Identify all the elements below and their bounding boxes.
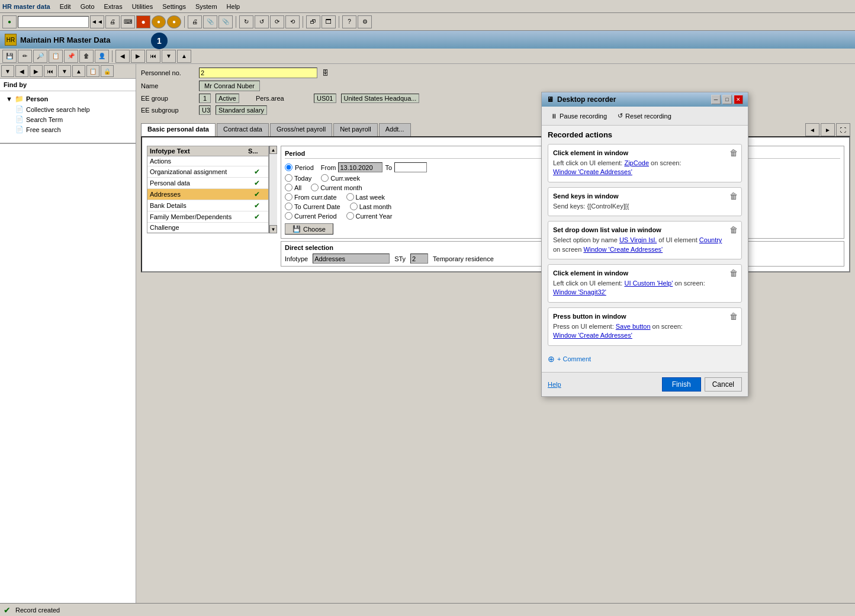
arrow2-btn[interactable]: ↺ bbox=[255, 15, 269, 28]
menu-settings[interactable]: Settings bbox=[162, 3, 186, 10]
sub-btn12[interactable]: ▲ bbox=[177, 50, 191, 63]
infotype-row-org[interactable]: Organizational assignment ✔ bbox=[147, 166, 268, 178]
green-circle-btn[interactable]: ● bbox=[2, 15, 17, 28]
window1-btn[interactable]: 🗗 bbox=[306, 15, 320, 28]
action-delete-5[interactable]: 🗑 bbox=[729, 312, 738, 321]
action-element-5[interactable]: Save button bbox=[616, 323, 651, 330]
lp-btn3[interactable]: ▶ bbox=[30, 65, 43, 77]
arrow1-btn[interactable]: ↻ bbox=[239, 15, 253, 28]
cancel-button[interactable]: Cancel bbox=[705, 377, 742, 392]
recorder-minimize-btn[interactable]: ─ bbox=[711, 95, 721, 104]
help-btn[interactable]: ? bbox=[342, 15, 356, 28]
tree-person[interactable]: ▼ 📁 Person bbox=[4, 94, 132, 104]
sub-btn5[interactable]: 📌 bbox=[64, 50, 78, 63]
scroll-track[interactable] bbox=[269, 154, 277, 225]
paperclip2-btn[interactable]: 📎 bbox=[218, 15, 233, 28]
action-screen-4[interactable]: Window 'Snagit32' bbox=[553, 288, 606, 296]
period-radio[interactable] bbox=[285, 163, 292, 171]
menu-goto[interactable]: Goto bbox=[81, 3, 95, 10]
menu-help[interactable]: Help bbox=[227, 3, 240, 10]
from-date-input[interactable] bbox=[338, 162, 382, 172]
sub-btn6[interactable]: 🗑 bbox=[79, 50, 94, 63]
tree-collective-search[interactable]: 📄 Collective search help bbox=[4, 104, 132, 114]
yellow-btn1[interactable]: ● bbox=[152, 15, 166, 28]
window2-btn[interactable]: 🗖 bbox=[322, 15, 336, 28]
tree-free-search[interactable]: 📄 Free search bbox=[4, 124, 132, 134]
radio-currperiod-input[interactable] bbox=[285, 212, 292, 220]
config-btn[interactable]: ⚙ bbox=[358, 15, 372, 28]
sub-btn9[interactable]: ▶ bbox=[131, 50, 145, 63]
sub-btn2[interactable]: ✏ bbox=[18, 50, 32, 63]
action-screen-1[interactable]: Window 'Create Addresses' bbox=[553, 168, 632, 175]
tab-expand-btn[interactable]: ⛶ bbox=[836, 123, 850, 136]
sub-btn1[interactable]: 💾 bbox=[2, 50, 17, 63]
lp-btn4[interactable]: ⏮ bbox=[44, 65, 57, 77]
action-element-1[interactable]: ZipCode bbox=[624, 159, 649, 166]
recorder-maximize-btn[interactable]: □ bbox=[722, 95, 732, 104]
toolbar-input[interactable] bbox=[18, 16, 89, 28]
arrow3-btn[interactable]: ⟳ bbox=[270, 15, 284, 28]
print-btn[interactable]: 🖨 bbox=[188, 15, 202, 28]
action-element-4[interactable]: UI Custom 'Help' bbox=[624, 280, 673, 287]
infotype-ds-input[interactable] bbox=[313, 254, 390, 264]
action-delete-3[interactable]: 🗑 bbox=[729, 225, 738, 235]
radio-currweek-input[interactable] bbox=[321, 174, 329, 182]
lp-btn6[interactable]: ▲ bbox=[72, 65, 85, 77]
tab-net-payroll[interactable]: Net payroll bbox=[333, 123, 378, 136]
menu-system[interactable]: System bbox=[195, 3, 217, 10]
lp-btn1[interactable]: ▼ bbox=[1, 65, 14, 77]
arrow4-btn[interactable]: ⟲ bbox=[285, 15, 300, 28]
sub-btn7[interactable]: 👤 bbox=[95, 50, 109, 63]
infotype-row-actions[interactable]: Actions bbox=[147, 156, 268, 166]
yellow-btn2[interactable]: ● bbox=[167, 15, 181, 28]
radio-tocurrentdate-input[interactable] bbox=[285, 203, 292, 210]
tree-search-term[interactable]: 📄 Search Term bbox=[4, 114, 132, 124]
action-screen-3[interactable]: Window 'Create Addresses' bbox=[583, 246, 663, 253]
tab-basic-personal[interactable]: Basic personal data bbox=[141, 123, 216, 136]
action-delete-2[interactable]: 🗑 bbox=[729, 191, 738, 201]
red-circle-btn[interactable]: ● bbox=[136, 15, 150, 28]
tab-gross-net[interactable]: Gross/net payroll bbox=[270, 123, 332, 136]
paperclip-btn[interactable]: 📎 bbox=[203, 15, 217, 28]
menu-edit[interactable]: Edit bbox=[60, 3, 71, 10]
tab-next-btn[interactable]: ► bbox=[821, 123, 835, 136]
radio-lastweek-input[interactable] bbox=[346, 193, 354, 201]
sub-btn3[interactable]: 🔎 bbox=[33, 50, 47, 63]
pause-recording-btn[interactable]: ⏸ Pause recording bbox=[548, 111, 610, 121]
radio-currmonth-input[interactable] bbox=[311, 184, 319, 191]
action-delete-4[interactable]: 🗑 bbox=[729, 268, 738, 278]
recorder-close-btn[interactable]: ✕ bbox=[734, 95, 743, 104]
infotype-row-bank[interactable]: Bank Details ✔ bbox=[147, 200, 268, 211]
lp-btn7[interactable]: 📋 bbox=[86, 65, 99, 77]
sub-btn8[interactable]: ◀ bbox=[115, 50, 130, 63]
action-delete-1[interactable]: 🗑 bbox=[729, 148, 738, 158]
nav-back-btn[interactable]: ◄◄ bbox=[90, 15, 104, 28]
finish-button[interactable]: Finish bbox=[662, 377, 701, 392]
to-date-input[interactable] bbox=[394, 162, 427, 172]
personnel-expand-btn[interactable]: 🗄 bbox=[322, 69, 329, 76]
infotype-row-challenge[interactable]: Challenge bbox=[147, 223, 268, 233]
radio-all-input[interactable] bbox=[285, 184, 292, 191]
help-link[interactable]: Help bbox=[548, 381, 561, 388]
infotype-row-addresses[interactable]: Addresses ✔ bbox=[147, 189, 268, 200]
add-comment-btn[interactable]: ⊕ + Comment bbox=[548, 351, 742, 367]
radio-fromcurrdate-input[interactable] bbox=[285, 193, 292, 201]
choose-button[interactable]: 💾 Choose bbox=[285, 223, 333, 235]
menu-utilities[interactable]: Utilities bbox=[132, 3, 153, 10]
nav-find-btn[interactable]: ⌨ bbox=[121, 15, 135, 28]
tab-addt[interactable]: Addt... bbox=[379, 123, 411, 136]
sub-btn10[interactable]: ⏮ bbox=[146, 50, 160, 63]
radio-lastmonth-input[interactable] bbox=[350, 203, 358, 210]
infotype-row-family[interactable]: Family Member/Dependents ✔ bbox=[147, 211, 268, 223]
lp-btn5[interactable]: ▼ bbox=[58, 65, 71, 77]
scroll-up-btn[interactable]: ▲ bbox=[269, 146, 277, 154]
infotype-row-personal[interactable]: Personal data ✔ bbox=[147, 178, 268, 189]
sub-btn11[interactable]: ▼ bbox=[162, 50, 176, 63]
radio-curryear-input[interactable] bbox=[346, 212, 354, 220]
menu-extras[interactable]: Extras bbox=[104, 3, 123, 10]
action-element-3b[interactable]: Country bbox=[699, 236, 722, 243]
radio-today-input[interactable] bbox=[285, 174, 292, 182]
tab-contract[interactable]: Contract data bbox=[217, 123, 269, 136]
personnel-input[interactable] bbox=[199, 68, 317, 78]
sty-input[interactable] bbox=[410, 254, 428, 264]
